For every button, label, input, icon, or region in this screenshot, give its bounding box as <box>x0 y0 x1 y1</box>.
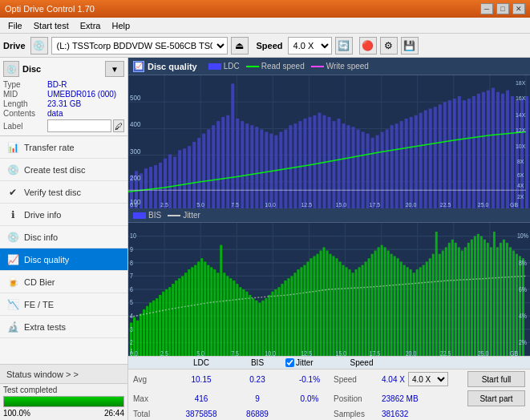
svg-text:9: 9 <box>130 244 133 253</box>
svg-text:12.5: 12.5 <box>301 202 312 208</box>
svg-rect-53 <box>298 121 301 208</box>
sidebar-item-fe-te[interactable]: 📉 FE / TE <box>0 293 127 316</box>
svg-rect-87 <box>463 100 466 208</box>
svg-rect-209 <box>326 251 328 356</box>
svg-rect-55 <box>308 117 311 208</box>
legend-write-speed: Write speed <box>311 62 369 71</box>
burn-button[interactable]: 🔴 <box>359 37 377 55</box>
sidebar-item-label: CD Bier <box>24 277 55 287</box>
svg-rect-76 <box>410 117 413 208</box>
chart-title: Disc quality <box>148 62 197 71</box>
svg-rect-178 <box>226 276 229 356</box>
position-label: Position <box>334 394 382 403</box>
start-part-button[interactable]: Start part <box>467 390 525 406</box>
speed-select-toolbar[interactable]: 4.0 X <box>288 37 332 55</box>
svg-text:GB: GB <box>510 202 518 208</box>
svg-rect-229 <box>390 254 393 356</box>
extra-tests-icon: 🔬 <box>6 321 19 333</box>
svg-text:10.0: 10.0 <box>265 202 276 208</box>
menu-extra[interactable]: Extra <box>75 19 106 32</box>
svg-rect-217 <box>352 273 354 356</box>
stats-header: LDC BIS Jitter Speed <box>128 357 530 370</box>
svg-rect-227 <box>384 247 386 356</box>
drive-icon-btn[interactable]: 💿 <box>30 37 48 55</box>
sidebar-item-label: Transfer rate <box>24 143 75 152</box>
sidebar-item-verify-test-disc[interactable]: ✔ Verify test disc <box>0 181 127 204</box>
app-title: Opti Drive Control 1.70 <box>5 4 95 14</box>
svg-text:2.5: 2.5 <box>160 349 168 356</box>
max-bis: 9 <box>229 394 285 403</box>
svg-rect-182 <box>239 287 241 356</box>
chart-icon: 📈 <box>133 61 144 72</box>
close-button[interactable]: ✕ <box>512 3 525 14</box>
chart-header: 📈 Disc quality LDC Read speed Write spee… <box>128 58 530 75</box>
svg-rect-221 <box>365 261 367 356</box>
save-button[interactable]: 💾 <box>401 37 419 55</box>
disc-label-input[interactable] <box>47 119 111 132</box>
svg-rect-48 <box>274 135 277 208</box>
settings-button[interactable]: ⚙ <box>380 37 398 55</box>
svg-rect-195 <box>281 284 283 356</box>
svg-rect-224 <box>374 251 377 356</box>
label-edit-btn[interactable]: 🖊 <box>113 119 124 132</box>
bis-header: BIS <box>229 358 285 367</box>
svg-rect-208 <box>322 247 325 356</box>
svg-rect-202 <box>303 265 305 356</box>
nav-items: 📊 Transfer rate 💿 Create test disc ✔ Ver… <box>0 136 127 364</box>
disc-quality-icon: 📈 <box>6 253 19 266</box>
svg-text:6X: 6X <box>517 172 524 178</box>
svg-rect-243 <box>435 232 438 356</box>
sidebar-item-disc-quality[interactable]: 📈 Disc quality <box>0 248 127 271</box>
sidebar-item-disc-info[interactable]: 💿 Disc info <box>0 226 127 248</box>
svg-rect-22 <box>149 167 152 208</box>
jitter-checkbox[interactable] <box>285 358 294 367</box>
svg-text:500: 500 <box>130 95 141 102</box>
menu-start-test[interactable]: Start test <box>29 19 74 32</box>
menu-file[interactable]: File <box>3 19 27 32</box>
svg-rect-219 <box>358 267 361 356</box>
disc-info-expand-btn[interactable]: ▼ <box>105 61 124 77</box>
svg-rect-238 <box>419 267 422 356</box>
speed-select-stats[interactable]: 4.0 X <box>408 372 448 386</box>
svg-rect-44 <box>255 127 258 208</box>
minimize-button[interactable]: ─ <box>480 3 493 14</box>
jitter-checkbox-label[interactable]: Jitter <box>285 358 334 367</box>
avg-jitter: -0.1% <box>285 375 334 384</box>
drive-select[interactable]: (L:) TSSTcorp BDDVDW SE-506CB TS02 <box>51 37 228 55</box>
sidebar-item-cd-bier[interactable]: 🍺 CD Bier <box>0 271 127 293</box>
svg-text:25.0: 25.0 <box>478 349 489 356</box>
speed-label: Speed <box>257 41 283 50</box>
refresh-button[interactable]: 🔄 <box>335 37 353 55</box>
speed-label-row: Speed <box>334 375 382 384</box>
svg-rect-74 <box>400 121 403 208</box>
svg-rect-62 <box>342 123 346 208</box>
sidebar-item-transfer-rate[interactable]: 📊 Transfer rate <box>0 136 127 159</box>
svg-rect-77 <box>415 115 418 208</box>
svg-rect-96 <box>506 91 509 208</box>
max-jitter: 0.0% <box>285 394 334 403</box>
sidebar-item-create-test-disc[interactable]: 💿 Create test disc <box>0 159 127 181</box>
sidebar-item-label: Drive info <box>24 210 61 220</box>
menu-help[interactable]: Help <box>107 19 135 32</box>
svg-rect-41 <box>241 121 244 208</box>
svg-rect-54 <box>303 119 306 208</box>
svg-text:25.0: 25.0 <box>478 202 489 208</box>
sidebar-item-extra-tests[interactable]: 🔬 Extra tests <box>0 316 127 338</box>
start-full-button[interactable]: Start full <box>467 371 525 387</box>
jitter-color <box>168 215 180 216</box>
svg-rect-86 <box>458 96 461 208</box>
status-window-button[interactable]: Status window > > <box>0 364 127 383</box>
svg-rect-262 <box>496 247 499 356</box>
svg-rect-89 <box>472 96 475 208</box>
sidebar: 💿 Disc ▼ Type BD-R MID UMEBDR016 (000) L… <box>0 58 128 420</box>
svg-rect-179 <box>229 278 232 356</box>
svg-rect-237 <box>416 269 419 356</box>
svg-rect-69 <box>376 135 379 208</box>
svg-rect-65 <box>357 129 360 208</box>
maximize-button[interactable]: □ <box>496 3 509 14</box>
sidebar-bottom: Test completed 100.0% 26:44 <box>0 383 127 420</box>
svg-rect-167 <box>191 267 193 356</box>
sidebar-item-drive-info[interactable]: ℹ Drive info <box>0 204 127 226</box>
svg-rect-192 <box>271 292 273 356</box>
eject-button[interactable]: ⏏ <box>231 37 249 55</box>
